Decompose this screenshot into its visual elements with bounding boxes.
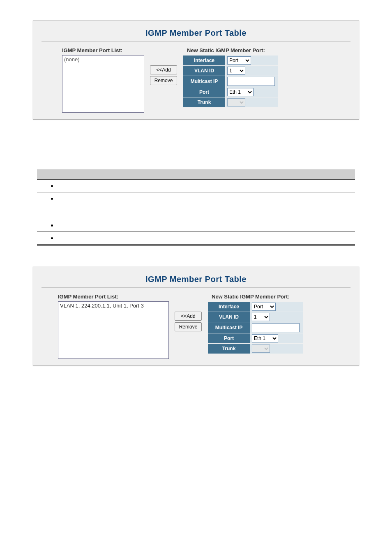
igmp-member-port-panel: IGMP Member Port Table IGMP Member Port … xyxy=(33,267,359,366)
vlan-id-select[interactable]: 1 xyxy=(227,67,245,75)
igmp-member-port-listbox[interactable]: (none) xyxy=(62,55,144,113)
bullet-icon xyxy=(51,237,53,239)
vlan-id-label: VLAN ID xyxy=(208,312,250,322)
multicast-ip-input[interactable] xyxy=(227,77,275,86)
remove-button[interactable]: Remove xyxy=(175,322,202,331)
interface-select[interactable]: Port xyxy=(252,303,276,311)
trunk-select xyxy=(252,345,270,353)
interface-label: Interface xyxy=(208,302,250,312)
trunk-select xyxy=(227,98,245,106)
panel-title: IGMP Member Port Table xyxy=(42,272,350,288)
bullet-section xyxy=(0,128,392,263)
panel-title: IGMP Member Port Table xyxy=(42,26,350,42)
port-label: Port xyxy=(208,333,250,343)
interface-label: Interface xyxy=(183,56,225,65)
remove-button[interactable]: Remove xyxy=(150,76,177,85)
igmp-member-port-panel: IGMP Member Port Table IGMP Member Port … xyxy=(33,21,359,120)
bullet-icon xyxy=(51,224,53,227)
list-item: VLAN 1, 224.200.1.1, Unit 1, Port 3 xyxy=(60,303,144,309)
port-list-label: IGMP Member Port List: xyxy=(58,294,169,301)
new-member-form: Interface Port VLAN ID 1 Multicast IP xyxy=(208,301,303,354)
multicast-ip-label: Multicast IP xyxy=(183,76,225,87)
multicast-ip-input[interactable] xyxy=(252,323,300,332)
bullet-icon xyxy=(51,198,53,200)
port-select[interactable]: Eth 1 xyxy=(227,88,254,96)
add-button[interactable]: <<Add xyxy=(175,312,202,321)
add-button[interactable]: <<Add xyxy=(150,65,177,74)
vlan-id-label: VLAN ID xyxy=(183,66,225,76)
list-item: (none) xyxy=(64,56,80,62)
port-select[interactable]: Eth 1 xyxy=(252,334,278,342)
port-list-label: IGMP Member Port List: xyxy=(62,47,144,55)
vlan-id-select[interactable]: 1 xyxy=(252,313,270,321)
new-member-form: Interface Port VLAN ID 1 Multicast IP xyxy=(183,55,279,108)
interface-select[interactable]: Port xyxy=(227,56,251,65)
trunk-label: Trunk xyxy=(183,97,225,107)
new-member-port-label: New Static IGMP Member Port: xyxy=(208,294,303,301)
bullet-icon xyxy=(51,185,53,187)
new-member-port-label: New Static IGMP Member Port: xyxy=(183,47,279,55)
trunk-label: Trunk xyxy=(208,344,250,354)
port-label: Port xyxy=(183,87,225,97)
igmp-member-port-listbox[interactable]: VLAN 1, 224.200.1.1, Unit 1, Port 3 xyxy=(58,301,169,359)
multicast-ip-label: Multicast IP xyxy=(208,322,250,333)
